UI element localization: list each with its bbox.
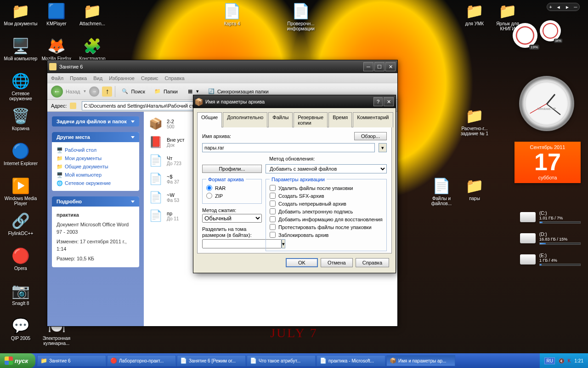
desktop-icon[interactable]: 📁Мои документы — [4, 2, 38, 26]
help-button[interactable]: Справка — [356, 258, 389, 267]
dialog-tabs: ОбщиеДополнительноФайлыРезервные копииВр… — [197, 112, 392, 127]
desktop-icon[interactable]: 🖥️Мой компьютер — [4, 37, 38, 61]
param-checkbox[interactable]: Протестировать файлы после упаковки — [270, 223, 383, 231]
sidebar-place-link[interactable]: 📁Общие документы — [57, 162, 135, 171]
tab-время[interactable]: Время — [328, 112, 352, 127]
update-method-select[interactable]: Добавить с заменой файлов — [266, 164, 387, 173]
volume-control[interactable]: +◄►─ — [547, 3, 580, 11]
icon-label: QIP 2005 — [11, 336, 30, 341]
desktop-icon[interactable]: 📄Проверочн... информации — [284, 2, 318, 31]
minimize-button[interactable]: ─ — [363, 62, 373, 71]
start-button[interactable]: пуск — [0, 353, 35, 368]
desktop-icon[interactable]: 📷SnagIt 8 — [4, 282, 38, 306]
sidebar-place-link[interactable]: 📁Мои документы — [57, 154, 135, 162]
menu-item[interactable]: Сервис — [141, 75, 158, 81]
taskbar-button[interactable]: 📦Имя и параметры ар... — [386, 355, 455, 366]
compression-select[interactable]: Обычный — [202, 214, 262, 223]
tab-комментарий[interactable]: Комментарий — [353, 112, 393, 127]
sidebar-place-link[interactable]: 🖥️Мой компьютер — [57, 171, 135, 179]
icon-glyph: 📁 — [83, 2, 102, 20]
desktop-icon[interactable]: 📁пары — [458, 177, 492, 201]
tray-icon[interactable]: K — [568, 358, 571, 363]
desktop-icon[interactable]: 📁Расчетно-г... задание № 1 — [458, 107, 492, 136]
desktop-icon[interactable]: 💬QIP 2005 — [4, 316, 38, 341]
param-checkbox[interactable]: Заблокировать архив — [270, 231, 383, 239]
tab-общие[interactable]: Общие — [197, 112, 222, 127]
cpu-gauge: 19% — [513, 23, 537, 48]
up-button[interactable]: ↑ — [102, 86, 112, 97]
clock[interactable]: 1:21 — [575, 358, 583, 363]
param-checkbox[interactable]: Создать SFX-архив — [270, 192, 383, 200]
icon-glyph: 📄 — [432, 177, 451, 195]
taskbar-button[interactable]: 🔴Лабораторно-практ... — [107, 355, 176, 366]
taskbar-button[interactable]: 📄Занятие 6 [Режим ог... — [177, 355, 246, 366]
icon-label: Windows Media Player — [4, 196, 38, 206]
desktop-icon[interactable]: 📁для УМК — [458, 2, 492, 26]
desktop-icon[interactable]: 🟦KMPlayer — [40, 2, 74, 26]
desktop-icon[interactable]: 📁Attachmen... — [75, 2, 109, 26]
places-panel-header[interactable]: Другие места — [52, 132, 139, 142]
icon-label: Мой компьютер — [4, 56, 38, 61]
desktop-icon[interactable]: 📄Файлы и файлов... — [424, 177, 458, 206]
desktop-icon[interactable]: 🔵Internet Explorer — [4, 142, 38, 166]
forward-button[interactable]: → — [89, 86, 99, 97]
details-panel-header[interactable]: Подробно — [52, 196, 139, 207]
chevron-down-icon — [131, 201, 135, 203]
sidebar-place-link[interactable]: 🌐Сетевое окружение — [57, 179, 135, 187]
ok-button[interactable]: OK — [286, 258, 318, 267]
archive-name-dropdown[interactable]: ▾ — [379, 143, 387, 152]
back-button[interactable]: ← — [51, 86, 63, 98]
cancel-button[interactable]: Отмена — [321, 258, 353, 267]
archive-name-input[interactable] — [202, 143, 375, 152]
format-radio-zip[interactable]: ZIP — [206, 192, 258, 200]
tray-icon[interactable]: 🔇 — [559, 358, 564, 363]
menu-item[interactable]: Правка — [70, 75, 87, 81]
tasks-panel-header[interactable]: Задачи для файлов и папок — [52, 116, 139, 126]
language-indicator[interactable]: RU — [544, 357, 554, 364]
maximize-button[interactable]: ☐ — [374, 62, 384, 71]
menu-item[interactable]: Файл — [51, 75, 63, 81]
taskbar-button[interactable]: 📄практика - Microsoft... — [317, 355, 385, 366]
param-checkbox[interactable]: Добавить электронную подпись — [270, 207, 383, 215]
menu-item[interactable]: Избранное — [109, 75, 135, 81]
tab-резервные копии[interactable]: Резервные копии — [294, 112, 328, 127]
disk-label: (D:) — [539, 232, 581, 237]
dialog-titlebar[interactable]: 📦 Имя и параметры архива ? ✕ — [193, 95, 396, 108]
dialog-close-button[interactable]: ✕ — [384, 97, 394, 106]
desktop-icon[interactable]: 🔴Opera — [4, 247, 38, 271]
tab-дополнительно[interactable]: Дополнительно — [223, 112, 267, 127]
desktop-icon[interactable]: 🗑️Корзина — [4, 107, 38, 131]
format-radio-rar[interactable]: RAR — [206, 184, 258, 192]
analog-clock: Windows XP — [519, 76, 574, 131]
split-label: Разделить на тома размером (в байтах): — [202, 226, 262, 238]
desktop-icon[interactable]: ▶️Windows Media Player — [4, 177, 38, 206]
icon-label: Attachmen... — [79, 21, 105, 26]
profiles-button[interactable]: Профили... — [202, 165, 262, 173]
folder-icon — [70, 103, 76, 109]
param-checkbox[interactable]: Добавить информацию для восстановления — [270, 215, 383, 223]
system-tray: RU 🔇 K 1:21 — [540, 353, 588, 368]
explorer-titlebar[interactable]: Занятие 6 ─ ☐ ✕ — [47, 60, 397, 73]
desktop-icon[interactable]: 🌐Сетевое окружение — [4, 72, 38, 101]
menu-item[interactable]: Вид — [93, 75, 102, 81]
menu-item[interactable]: Справка — [165, 75, 185, 81]
folders-button[interactable]: 📁Папки — [151, 86, 181, 97]
icon-label: SnagIt 8 — [12, 301, 29, 306]
search-icon: 🔍 — [121, 87, 129, 96]
param-checkbox[interactable]: Удалить файлы после упаковки — [270, 184, 383, 192]
help-button[interactable]: ? — [373, 97, 383, 106]
desktop-icon[interactable]: 🔗FlylinkDC++ — [4, 212, 38, 236]
close-button[interactable]: ✕ — [385, 62, 396, 71]
browse-button[interactable]: Обзор... — [354, 132, 387, 140]
sidebar-place-link[interactable]: 🖥️Рабочий стол — [57, 146, 135, 154]
param-checkbox[interactable]: Создать непрерывный архив — [270, 200, 383, 207]
winrar-icon: 📦 — [195, 98, 203, 105]
icon-label: KMPlayer — [46, 21, 66, 26]
taskbar-button[interactable]: 📄Что такое атрибут... — [247, 355, 316, 366]
desktop-icon[interactable]: 📄Карта 4 — [215, 2, 249, 26]
tab-файлы[interactable]: Файлы — [268, 112, 293, 127]
search-button[interactable]: 🔍Поиск — [118, 86, 147, 97]
desktop-icon[interactable]: 🧩Конструктор — [75, 37, 109, 61]
desktop-icon[interactable]: 🦊Mozilla Firefox — [40, 37, 74, 61]
taskbar-button[interactable]: 📁Занятие 6 — [37, 355, 106, 366]
